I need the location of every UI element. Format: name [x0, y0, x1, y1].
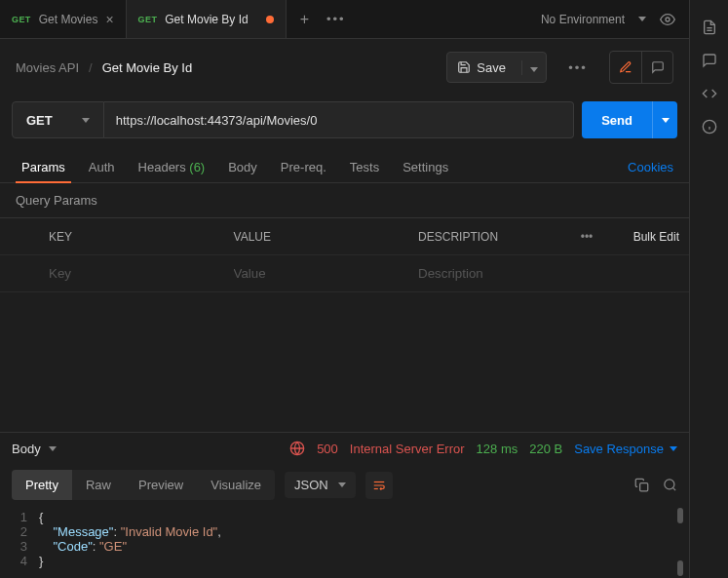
chevron-down-icon: [82, 118, 90, 123]
info-icon[interactable]: [702, 119, 717, 135]
view-pretty[interactable]: Pretty: [12, 470, 72, 500]
tab-overflow-icon[interactable]: •••: [326, 12, 346, 26]
tab-get-movies[interactable]: GET Get Movies ×: [0, 0, 127, 38]
save-response-label: Save Response: [574, 442, 664, 456]
edit-icon[interactable]: [610, 52, 641, 83]
chevron-down-icon: [49, 446, 57, 451]
svg-rect-4: [640, 483, 648, 491]
comments-icon[interactable]: [702, 53, 717, 68]
environment-selector[interactable]: No Environment: [541, 13, 625, 26]
comment-icon[interactable]: [641, 52, 672, 83]
save-icon: [457, 60, 471, 74]
response-section-label: Body: [12, 442, 41, 456]
save-response-button[interactable]: Save Response: [574, 442, 677, 456]
query-params-title: Query Params: [0, 183, 689, 217]
tabs-row: GET Get Movies × GET Get Movie By Id + •…: [0, 0, 689, 39]
headers-count: (6): [189, 160, 205, 174]
breadcrumb: Movies API / Get Movie By Id Save •••: [0, 39, 689, 96]
save-dropdown[interactable]: [521, 60, 546, 75]
svg-line-6: [672, 487, 675, 490]
chevron-down-icon: [662, 118, 670, 123]
close-icon[interactable]: ×: [105, 12, 113, 27]
svg-point-0: [666, 18, 670, 21]
code-line: {: [39, 510, 43, 524]
svg-point-5: [665, 480, 674, 489]
tab-prereq[interactable]: Pre-req.: [271, 152, 336, 182]
tab-body[interactable]: Body: [218, 152, 267, 182]
minimap-scrollbar[interactable]: [677, 508, 683, 523]
params-table: KEY VALUE DESCRIPTION ••• Bulk Edit: [0, 217, 689, 292]
cookies-link[interactable]: Cookies: [624, 152, 677, 182]
column-options-icon[interactable]: •••: [562, 230, 611, 244]
status-code: 500: [317, 442, 338, 456]
save-button[interactable]: Save: [446, 52, 547, 83]
tab-title: Get Movies: [39, 13, 98, 26]
globe-error-icon: [289, 441, 305, 456]
status-text: Internal Server Error: [350, 442, 465, 456]
tab-method: GET: [138, 15, 158, 24]
response-time: 128 ms: [477, 442, 518, 456]
breadcrumb-separator: /: [89, 60, 93, 75]
code-icon[interactable]: [702, 86, 717, 101]
tab-get-movie-by-id[interactable]: GET Get Movie By Id: [127, 0, 287, 38]
more-actions-icon[interactable]: •••: [562, 52, 594, 83]
view-visualize[interactable]: Visualize: [197, 470, 275, 500]
save-label: Save: [477, 60, 506, 75]
col-key: KEY: [39, 230, 224, 244]
chevron-down-icon: [338, 482, 346, 487]
response-bar: Body 500 Internal Server Error 128 ms 22…: [0, 432, 689, 464]
response-body-tab[interactable]: Body: [12, 442, 57, 456]
tab-headers-label: Headers: [138, 160, 186, 174]
search-icon[interactable]: [663, 478, 677, 492]
preview-env-icon[interactable]: [660, 12, 675, 27]
response-view-tabs: Pretty Raw Preview Visualize JSON: [0, 464, 689, 506]
request-subtabs: Params Auth Headers (6) Body Pre-req. Te…: [0, 144, 689, 183]
breadcrumb-collection[interactable]: Movies API: [16, 60, 79, 75]
breadcrumb-item: Get Movie By Id: [102, 60, 192, 75]
send-button[interactable]: Send: [582, 101, 652, 138]
send-label: Send: [601, 113, 632, 128]
code-line: "Message": "Invalid Movie Id",: [39, 524, 221, 539]
send-dropdown[interactable]: [652, 101, 677, 138]
tab-title: Get Movie By Id: [165, 13, 248, 26]
param-key-input[interactable]: [49, 266, 214, 281]
minimap-scrollbar[interactable]: [677, 560, 683, 576]
chevron-down-icon: [670, 446, 677, 451]
url-input[interactable]: https://localhost:44373/api/Movies/0: [104, 101, 574, 138]
col-description: DESCRIPTION: [408, 230, 562, 244]
line-wrap-icon[interactable]: [365, 472, 393, 499]
format-label: JSON: [294, 478, 328, 492]
tab-settings[interactable]: Settings: [393, 152, 458, 182]
param-description-input[interactable]: [418, 266, 553, 281]
table-row: [0, 255, 689, 292]
format-select[interactable]: JSON: [285, 472, 356, 498]
chevron-down-icon: [530, 67, 538, 72]
param-value-input[interactable]: [234, 266, 400, 281]
tab-headers[interactable]: Headers (6): [129, 152, 215, 182]
tab-params[interactable]: Params: [12, 152, 75, 182]
response-size: 220 B: [529, 442, 562, 456]
view-preview[interactable]: Preview: [125, 470, 197, 500]
documentation-icon[interactable]: [702, 19, 717, 35]
col-value: VALUE: [224, 230, 409, 244]
chevron-down-icon[interactable]: [638, 17, 646, 21]
unsaved-indicator-icon: [266, 16, 274, 23]
view-raw[interactable]: Raw: [72, 470, 125, 500]
method-label: GET: [26, 113, 53, 128]
tab-method: GET: [12, 15, 31, 24]
tab-auth[interactable]: Auth: [79, 152, 125, 182]
right-rail: [689, 0, 728, 578]
new-tab-button[interactable]: +: [300, 11, 309, 28]
tab-tests[interactable]: Tests: [340, 152, 389, 182]
copy-icon[interactable]: [634, 478, 649, 492]
bulk-edit-button[interactable]: Bulk Edit: [611, 230, 689, 244]
code-line: "Code": "GE": [39, 539, 127, 554]
url-row: GET https://localhost:44373/api/Movies/0…: [0, 96, 689, 144]
method-select[interactable]: GET: [12, 101, 104, 138]
response-body[interactable]: 1{ 2 "Message": "Invalid Movie Id", 3 "C…: [0, 506, 689, 578]
url-text: https://localhost:44373/api/Movies/0: [116, 113, 318, 128]
code-line: }: [39, 554, 43, 568]
